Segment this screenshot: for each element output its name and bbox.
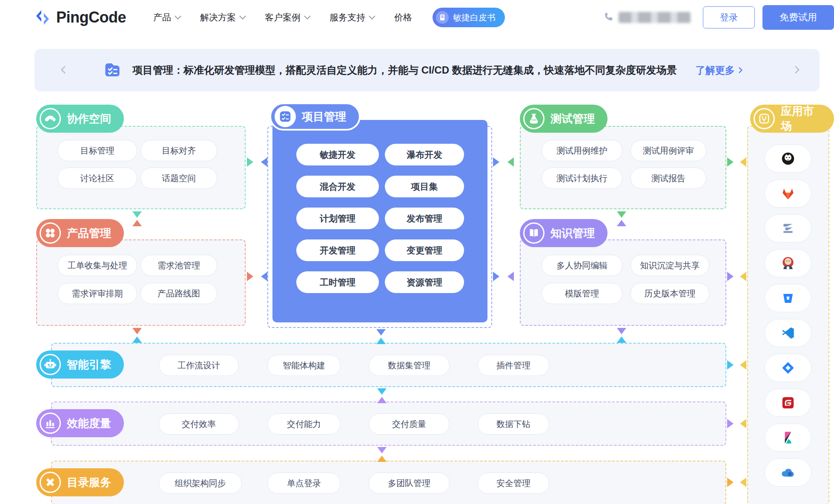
flow-arrow-right <box>493 157 499 167</box>
app-gitlab-icon <box>765 179 811 208</box>
chevron-down-icon <box>304 13 311 20</box>
app-jenkins-icon <box>765 249 811 277</box>
nav-item-solutions[interactable]: 解决方案 <box>200 11 244 23</box>
header-right: 登录 免费试用 <box>603 5 834 30</box>
login-button[interactable]: 登录 <box>703 6 755 28</box>
flow-arrow-down <box>377 388 387 395</box>
task-checklist-icon <box>275 106 296 127</box>
flow-arrow-left <box>740 478 746 487</box>
feature-chip: 开发管理 <box>296 239 379 261</box>
book-icon <box>436 11 449 24</box>
feature-chip: 安全管理 <box>478 473 549 494</box>
flow-arrow-down <box>617 328 626 334</box>
app-kibana-icon <box>765 424 811 452</box>
nav-item-support[interactable]: 服务支持 <box>330 11 374 23</box>
flow-arrow-right <box>727 419 734 428</box>
flow-arrow-right <box>727 478 734 487</box>
nav-item-pricing[interactable]: 价格 <box>394 11 412 23</box>
feature-chip: 项目集 <box>385 176 464 197</box>
robot-icon <box>40 354 61 375</box>
crossed-tools-icon <box>40 472 61 493</box>
feature-chip: 计划管理 <box>296 208 379 229</box>
flow-arrow-left <box>740 157 746 167</box>
flow-arrow-up <box>132 220 142 226</box>
flow-arrow-right <box>247 157 253 167</box>
flow-arrow-up <box>617 220 626 226</box>
brand-logo[interactable]: PingCode <box>34 9 126 26</box>
feature-chip: 交付质量 <box>369 413 450 435</box>
brand-name: PingCode <box>56 9 126 26</box>
bar-chart-icon <box>40 413 61 434</box>
section-pill-directory: 目录服务 <box>36 468 124 496</box>
flow-arrow-right <box>727 157 734 167</box>
nav-item-cases[interactable]: 客户案例 <box>265 11 309 23</box>
flow-arrow-down <box>617 211 626 218</box>
feature-chip: 资源管理 <box>385 271 464 293</box>
feature-chip: 模版管理 <box>542 283 622 304</box>
carousel-next-button[interactable] <box>791 63 802 78</box>
section-pill-collab: 协作空间 <box>36 105 124 133</box>
chevron-down-icon <box>239 13 246 20</box>
app-bitbucket-icon <box>765 284 811 312</box>
nav-item-products[interactable]: 产品 <box>153 11 180 23</box>
flow-arrow-up <box>132 336 142 343</box>
flow-arrow-left <box>261 272 267 281</box>
flow-arrow-right <box>727 360 734 370</box>
flow-arrow-left <box>507 157 514 167</box>
flow-arrow-down <box>132 211 142 218</box>
section-pill-metrics: 效能度量 <box>36 409 124 437</box>
feature-chip: 混合开发 <box>296 176 379 197</box>
feature-chip: 发布管理 <box>385 208 464 229</box>
phone-icon <box>603 11 614 24</box>
app-gitee-icon <box>765 389 811 417</box>
clover-icon <box>40 222 61 244</box>
feature-chip: 历史版本管理 <box>631 283 709 304</box>
learn-more-label: 了解更多 <box>696 64 735 77</box>
flow-arrow-left <box>740 360 746 370</box>
section-pill-knowledge: 知识管理 <box>520 219 608 247</box>
feature-chip: 交付效率 <box>159 413 239 435</box>
feature-chip: 测试用例维护 <box>542 140 622 161</box>
project-folder-icon <box>103 60 122 81</box>
flow-arrow-down <box>377 447 387 453</box>
flask-icon <box>523 108 545 129</box>
feature-chip: 智能体构建 <box>267 355 341 376</box>
feature-chip: 目标管理 <box>57 140 137 161</box>
section-pill-product: 产品管理 <box>36 219 124 247</box>
top-nav: PingCode 产品 解决方案 客户案例 服务支持 价格 <box>0 0 834 35</box>
book-icon <box>523 222 545 244</box>
feature-chip: 需求池管理 <box>140 255 217 276</box>
app-vscode-icon <box>765 319 811 347</box>
banner-text: 项目管理：标准化研发管理模型，搭配灵活自定义能力，并能与 CI/CD 数据进行无… <box>132 63 677 77</box>
feature-chip: 需求评审排期 <box>57 283 137 304</box>
feature-chip: 数据下钻 <box>478 413 549 435</box>
feature-chip: 单点登录 <box>267 473 341 494</box>
trial-button[interactable]: 免费试用 <box>762 5 834 30</box>
app-github-icon <box>765 145 811 173</box>
handshake-icon <box>40 108 61 129</box>
section-pill-project: 项目管理 <box>269 103 361 131</box>
learn-more-link[interactable]: 了解更多 <box>696 64 744 77</box>
flow-arrow-left <box>507 272 514 281</box>
feature-chip: 测试用例评审 <box>631 140 706 161</box>
section-title: 目录服务 <box>67 475 111 490</box>
whitepaper-button[interactable]: 敏捷白皮书 <box>433 8 505 27</box>
feature-chip: 插件管理 <box>478 355 549 376</box>
flow-arrow-left <box>740 272 746 281</box>
nav-label: 客户案例 <box>265 11 301 23</box>
section-title: 知识管理 <box>550 226 595 241</box>
feature-chip: 目标对齐 <box>140 140 217 161</box>
flow-arrow-right <box>493 272 499 281</box>
carousel-prev-button[interactable] <box>58 63 69 78</box>
pingcode-landing-page: PingCode 产品 解决方案 客户案例 服务支持 价格 <box>0 0 834 504</box>
flow-arrow-down <box>132 328 142 334</box>
nav-label: 服务支持 <box>330 11 365 23</box>
nav-label: 价格 <box>394 11 412 23</box>
flow-arrow-up <box>376 338 386 344</box>
promo-banner: 项目管理：标准化研发管理模型，搭配灵活自定义能力，并能与 CI/CD 数据进行无… <box>34 49 820 91</box>
section-title: 测试管理 <box>550 111 595 126</box>
flow-arrow-left <box>261 157 267 167</box>
feature-chip: 敏捷开发 <box>296 144 379 165</box>
section-title: 产品管理 <box>67 226 111 241</box>
section-pill-marketplace: 应用市场 <box>750 105 834 133</box>
